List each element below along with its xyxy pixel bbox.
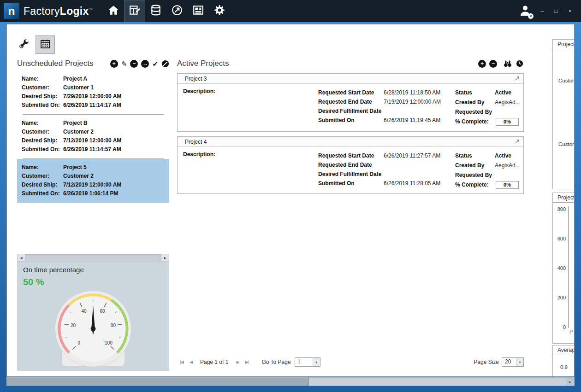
created-by-value: AegisAd... <box>495 161 520 170</box>
active-project-card: Project 4 Description: Requested Start D… <box>177 136 524 194</box>
user-status-badge: × <box>528 13 534 19</box>
average-panel-tab[interactable]: Average T <box>552 345 575 355</box>
remove-icon[interactable]: − <box>489 60 497 68</box>
brand-factory: Factory <box>24 5 60 17</box>
home-icon <box>107 4 119 18</box>
percent-complete-field[interactable]: 0% <box>496 181 519 189</box>
project-submitted-on: 6/26/2019 11:14:57 AM <box>63 145 121 154</box>
nav-navigate-button[interactable] <box>166 0 188 22</box>
report-icon <box>192 4 204 18</box>
page-size-select[interactable]: 20 ▾ <box>502 357 524 367</box>
field-label: Submitted On <box>318 116 384 125</box>
cancel-icon[interactable] <box>161 60 169 68</box>
field-label: % Complete: <box>455 117 495 127</box>
chevron-down-icon[interactable]: ▾ <box>313 358 320 366</box>
field-label: Submitted On: <box>22 101 63 110</box>
minimize-button[interactable]: – <box>537 6 548 17</box>
field-label: Customer: <box>22 83 63 92</box>
schedule-project-icon[interactable]: → <box>141 60 149 68</box>
status-value: Active <box>495 151 511 161</box>
list-item-project-5[interactable]: Name:Project 5 Customer:Customer 2 Desir… <box>17 159 169 203</box>
unscheduled-title: Unscheduled Projects <box>17 59 93 68</box>
factorylogix-logo-icon: n <box>4 3 19 19</box>
field-label: Submitted On: <box>22 145 63 154</box>
requested-end-value: 7/19/2019 12:00:00 AM <box>384 97 441 106</box>
project-customer: Customer 2 <box>63 128 94 136</box>
gauge-title: On time percentage <box>23 266 163 274</box>
document-tabs <box>14 35 55 54</box>
average-tick: 0.9 <box>560 364 568 370</box>
last-page-button[interactable]: ▶| <box>242 358 251 366</box>
card-header[interactable]: Project 4 <box>178 137 523 147</box>
projects-by-customer-panel: Customer 1 Customer 2 <box>552 49 575 189</box>
scrollbar-thumb[interactable] <box>7 378 309 386</box>
percent-complete-field[interactable]: 0% <box>496 118 519 126</box>
nav-reports-button[interactable] <box>188 0 209 22</box>
database-icon <box>150 4 162 18</box>
created-by-value: AegisAd... <box>495 98 520 107</box>
card-dates: Requested Start Date6/26/2019 11:27:57 A… <box>318 151 455 190</box>
card-title: Project 4 <box>185 139 207 145</box>
y-axis-tick: 800 <box>553 206 566 212</box>
add-icon[interactable]: + <box>478 60 486 68</box>
field-label: Created By <box>455 161 495 170</box>
first-page-button[interactable]: |◀ <box>177 358 186 366</box>
goto-page-value: 1 <box>295 358 313 366</box>
maximize-button[interactable]: □ <box>551 6 562 17</box>
project-name: Project 5 <box>63 163 87 172</box>
field-label: Created By <box>455 98 495 107</box>
field-label: Customer: <box>22 128 63 136</box>
remove-project-icon[interactable]: − <box>130 60 138 68</box>
scroll-left-icon[interactable]: ◂ <box>18 255 25 260</box>
projects-chart-tab[interactable]: Projects R <box>552 193 575 203</box>
edit-project-icon[interactable]: ✎ <box>121 60 127 68</box>
window-horizontal-scrollbar[interactable]: ▸ <box>6 377 575 386</box>
on-time-panel: On time percentage 50 % <box>17 262 169 371</box>
tab-scheduling[interactable] <box>36 35 55 54</box>
projects-by-customer-tab[interactable]: Projects B <box>552 39 575 49</box>
scroll-right-icon[interactable]: ▸ <box>161 255 169 260</box>
project-name: Project B <box>63 119 88 128</box>
project-customer: Customer 1 <box>63 83 94 92</box>
field-label: Name: <box>22 163 63 172</box>
y-axis-tick: 400 <box>553 265 566 271</box>
chevron-down-icon[interactable]: ▾ <box>516 358 523 366</box>
close-button[interactable]: × <box>564 6 575 17</box>
nav-database-button[interactable] <box>145 0 166 22</box>
nav-scheduling-button[interactable] <box>124 0 145 22</box>
user-button[interactable]: × <box>516 3 534 19</box>
list-item-project-a[interactable]: Name:Project A Customer:Customer 1 Desir… <box>17 70 169 114</box>
gauge-tick-80: 80 <box>111 323 116 328</box>
list-item-project-b[interactable]: Name:Project B Customer:Customer 2 Desir… <box>17 115 169 158</box>
tab-tools[interactable] <box>14 35 34 54</box>
expand-icon[interactable] <box>515 76 520 81</box>
card-body: Description: Requested Start Date6/26/20… <box>178 147 523 190</box>
projects-chart-panel: 800 600 400 200 0 P <box>552 202 575 344</box>
history-clock-icon[interactable] <box>516 59 524 68</box>
project-submitted-on: 6/26/2019 1:06:14 PM <box>63 189 118 198</box>
field-label: Customer: <box>22 172 63 181</box>
binoculars-icon[interactable] <box>503 59 512 68</box>
nav-settings-button[interactable] <box>209 0 230 22</box>
next-page-button[interactable]: ▶ <box>233 358 242 366</box>
brand-logix: Logix <box>60 5 89 17</box>
list-horizontal-scrollbar[interactable]: ◂ ▸ <box>17 254 169 262</box>
scroll-right-icon[interactable]: ▸ <box>566 378 574 386</box>
y-axis-tick: 600 <box>553 236 566 241</box>
scrollbar-thumb[interactable] <box>25 254 161 261</box>
previous-page-button[interactable]: ◀ <box>186 358 196 366</box>
gauge-tick-0: 0 <box>77 340 80 345</box>
schedule-table-icon <box>129 4 141 18</box>
card-header[interactable]: Project 3 <box>178 74 523 84</box>
goto-page-select[interactable]: 1 ▾ <box>295 357 320 367</box>
customer-label: Customer 2 <box>558 141 575 147</box>
add-project-icon[interactable]: + <box>110 60 118 68</box>
content-area: Unscheduled Projects + ✎ − → ✔ Name:Proj… <box>6 24 575 377</box>
nav-home-button[interactable] <box>103 0 124 22</box>
right-dashboard-column: Projects B Customer 1 Customer 2 Project… <box>546 24 575 377</box>
pagination-bar: |◀ ◀ Page 1 of 1 ▶ ▶| Go To Page 1 ▾ Pag… <box>177 357 524 368</box>
brand-trademark: ™ <box>89 7 93 12</box>
expand-icon[interactable] <box>515 139 520 144</box>
accept-icon[interactable]: ✔ <box>152 60 158 68</box>
card-status: StatusActive Created ByAegisAd... Reques… <box>455 88 522 127</box>
